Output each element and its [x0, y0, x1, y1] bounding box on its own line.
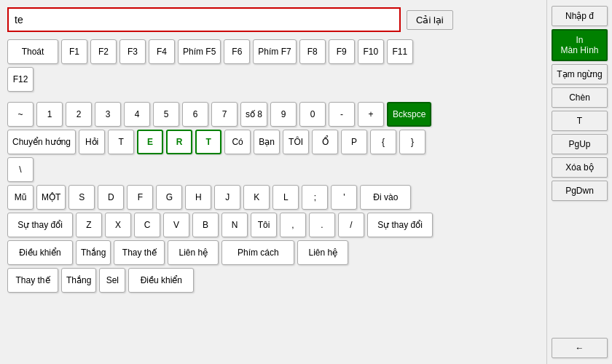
key-dieu-khien-r[interactable]: Điều khiển [128, 268, 194, 293]
key-0[interactable]: 0 [299, 102, 326, 127]
key-t2[interactable]: T [195, 130, 221, 154]
key-f2[interactable]: F2 [90, 39, 117, 64]
right-sidebar: Nhập đ In Màn Hình Tạm ngừng Chèn T PgUp… [546, 0, 612, 364]
key-co[interactable]: Có [224, 130, 251, 154]
search-input[interactable] [7, 7, 401, 32]
key-1[interactable]: 1 [36, 102, 63, 127]
key-row-0b: F12 [7, 67, 539, 92]
key-row-2: Chuyển hướng Hỏi T E R T Có Bạn TÔI Ổ P … [7, 130, 539, 154]
key-slash[interactable]: / [338, 213, 364, 237]
key-row-1: ~ 1 2 3 4 5 6 7 số 8 9 0 - + Bckspce [7, 102, 539, 127]
arrow-button[interactable]: ← [552, 338, 608, 358]
key-n[interactable]: N [221, 213, 248, 237]
key-f11[interactable]: F11 [387, 39, 413, 64]
key-5[interactable]: 5 [153, 102, 179, 127]
key-e[interactable]: E [137, 130, 163, 154]
key-k[interactable]: K [243, 185, 270, 210]
key-row-0: Thoát F1 F2 F3 F4 Phím F5 F6 Phím F7 F8 … [7, 39, 539, 64]
key-l[interactable]: L [272, 185, 299, 210]
key-f4[interactable]: F4 [149, 39, 175, 64]
key-ban[interactable]: Bạn [254, 130, 280, 154]
key-backslash[interactable]: \ [7, 157, 34, 182]
key-g[interactable]: G [156, 185, 182, 210]
key-lien-he-r[interactable]: Liên hệ [297, 240, 348, 265]
key-chuyen-huong[interactable]: Chuyển hướng [7, 130, 76, 154]
key-f7[interactable]: Phím F7 [253, 39, 296, 64]
key-lbrace[interactable]: { [370, 130, 396, 154]
key-su-thay-doi-l[interactable]: Sự thay đổi [7, 213, 73, 237]
reset-button[interactable]: Cải lại [407, 10, 453, 30]
key-toi[interactable]: TÔI [283, 130, 309, 154]
key-x[interactable]: X [105, 213, 131, 237]
key-mot[interactable]: MỘT [36, 185, 66, 210]
key-f5[interactable]: Phím F5 [178, 39, 221, 64]
key-dieu-khien-l[interactable]: Điều khiển [7, 240, 73, 265]
key-v[interactable]: V [163, 213, 189, 237]
key-f10[interactable]: F10 [358, 39, 384, 64]
key-6[interactable]: 6 [182, 102, 208, 127]
key-sel[interactable]: Sel [99, 268, 125, 293]
key-row-4: Sự thay đổi Z X C V B N Tôi , . / Sự tha… [7, 213, 539, 237]
key-f12[interactable]: F12 [7, 67, 34, 92]
pause-button[interactable]: Tạm ngừng [552, 64, 608, 84]
key-row-3: Mũ MỘT S D F G H J K L ; ' Đi vào [7, 185, 539, 210]
t-button[interactable]: T [552, 111, 608, 131]
main-area: Cải lại Thoát F1 F2 F3 F4 Phím F5 F6 Phí… [0, 0, 546, 364]
key-f8[interactable]: F8 [299, 39, 326, 64]
key-hoi[interactable]: Hỏi [79, 130, 105, 154]
key-su-thay-doi-r[interactable]: Sự thay đổi [367, 213, 433, 237]
key-f3[interactable]: F3 [119, 39, 146, 64]
insert-button[interactable]: Chèn [552, 87, 608, 108]
key-r[interactable]: R [166, 130, 192, 154]
key-b[interactable]: B [192, 213, 219, 237]
key-j[interactable]: J [214, 185, 240, 210]
key-thang-l[interactable]: Thắng [76, 240, 111, 265]
key-d[interactable]: D [98, 185, 124, 210]
key-toi2[interactable]: Tôi [251, 213, 277, 237]
key-9[interactable]: 9 [270, 102, 297, 127]
key-3[interactable]: 3 [95, 102, 121, 127]
pgdn-button[interactable]: PgDwn [552, 181, 608, 201]
key-backspace[interactable]: Bckspce [387, 102, 431, 127]
key-row-2b: \ [7, 157, 539, 182]
input-button[interactable]: Nhập đ [552, 6, 608, 26]
key-quote[interactable]: ' [331, 185, 357, 210]
keyboard-area: Thoát F1 F2 F3 F4 Phím F5 F6 Phím F7 F8 … [7, 39, 539, 293]
key-f9[interactable]: F9 [329, 39, 355, 64]
key-c[interactable]: C [134, 213, 160, 237]
search-row: Cải lại [7, 7, 539, 32]
key-tilde[interactable]: ~ [7, 102, 34, 127]
key-o[interactable]: Ổ [312, 130, 338, 154]
key-thay-the-l[interactable]: Thay thế [114, 240, 165, 265]
key-h[interactable]: H [185, 185, 211, 210]
key-t1[interactable]: T [108, 130, 134, 154]
key-row-6: Thay thế Thắng Sel Điều khiển [7, 268, 539, 293]
delete-button[interactable]: Xóa bộ [552, 157, 608, 178]
key-thang-r[interactable]: Thắng [61, 268, 96, 293]
key-f[interactable]: F [127, 185, 153, 210]
key-mu[interactable]: Mũ [7, 185, 34, 210]
key-plus[interactable]: + [358, 102, 384, 127]
key-f6[interactable]: F6 [224, 39, 250, 64]
key-7[interactable]: 7 [211, 102, 238, 127]
key-row-5: Điều khiển Thắng Thay thế Liên hệ Phím c… [7, 240, 539, 265]
key-thay-the-r[interactable]: Thay thế [7, 268, 58, 293]
key-phim-cach[interactable]: Phím cách [221, 240, 294, 265]
key-period[interactable]: . [309, 213, 335, 237]
key-minus[interactable]: - [329, 102, 355, 127]
key-z[interactable]: Z [76, 213, 102, 237]
key-so8[interactable]: số 8 [240, 102, 267, 127]
key-s[interactable]: S [68, 185, 95, 210]
key-semicolon[interactable]: ; [302, 185, 328, 210]
key-lien-he-l[interactable]: Liên hệ [168, 240, 219, 265]
key-di-vao[interactable]: Đi vào [360, 185, 411, 210]
key-thoat[interactable]: Thoát [7, 39, 58, 64]
pgup-button[interactable]: PgUp [552, 134, 608, 154]
key-4[interactable]: 4 [124, 102, 150, 127]
key-2[interactable]: 2 [66, 102, 92, 127]
key-rbrace[interactable]: } [399, 130, 425, 154]
key-p[interactable]: P [341, 130, 367, 154]
key-comma[interactable]: , [280, 213, 306, 237]
key-f1[interactable]: F1 [61, 39, 87, 64]
print-screen-button[interactable]: In Màn Hình [552, 29, 608, 61]
